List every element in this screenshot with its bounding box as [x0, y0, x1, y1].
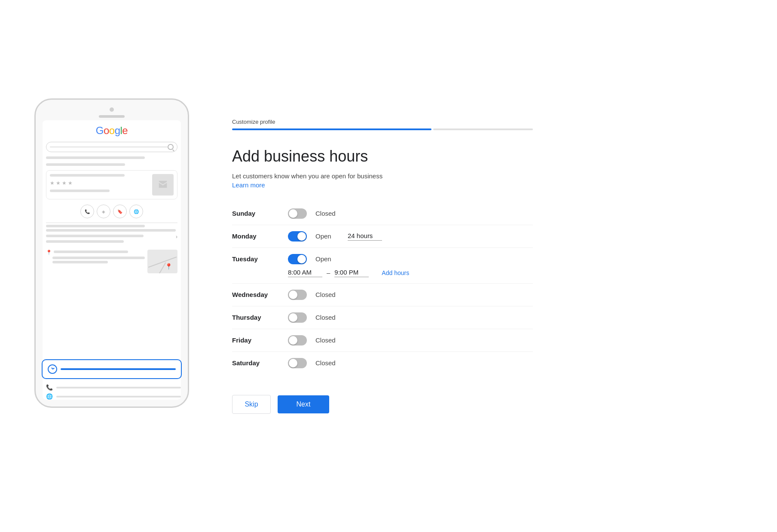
day-row-thursday: Thursday Closed — [232, 306, 533, 329]
progress-section: Customize profile — [232, 119, 533, 130]
day-name-saturday: Saturday — [232, 359, 279, 367]
thursday-toggle[interactable] — [288, 312, 307, 323]
tuesday-add-hours-link[interactable]: Add hours — [382, 269, 409, 276]
phone-map-address-2 — [52, 257, 145, 259]
phone-listing-card: ★ ★ ★ ★ — [46, 170, 177, 199]
monday-status: Open — [315, 232, 339, 240]
wednesday-toggle[interactable] — [288, 290, 307, 300]
phone-share-icon: 🌐 — [129, 205, 143, 218]
progress-bar-container — [232, 128, 533, 130]
hours-form: Sunday Closed Monday Open 24 — [232, 202, 533, 374]
phone-map-pin-icon: 📍 — [165, 263, 172, 270]
tuesday-toggle[interactable] — [288, 254, 307, 264]
phone-map-thumbnail: 📍 — [147, 250, 177, 273]
phone-bottom-row-1: 📞 — [46, 384, 181, 391]
phone-more-line-1 — [46, 225, 145, 227]
day-name-friday: Friday — [232, 336, 279, 344]
phone-bottom-items: 📞 🌐 — [46, 384, 181, 400]
phone-search-line — [50, 147, 168, 147]
day-row-tuesday: Tuesday Open 8:00 AM – 9:00 PM Add hours — [232, 248, 533, 284]
clock-minute-hand — [52, 368, 55, 370]
phone-listing-left: ★ ★ ★ ★ — [50, 174, 150, 196]
page-title: Add business hours — [232, 147, 533, 165]
phone-chevron-icon: › — [176, 234, 177, 240]
phone-bottom-line-1 — [56, 387, 181, 388]
phone-gray-line-2 — [46, 163, 125, 166]
friday-status: Closed — [315, 336, 339, 344]
friday-toggle[interactable] — [288, 335, 307, 345]
phone-outer: Google ★ — [34, 98, 189, 408]
phone-map-left: 📍 — [46, 250, 145, 273]
tuesday-time-row: 8:00 AM – 9:00 PM Add hours — [232, 269, 533, 277]
thursday-toggle-knob — [289, 313, 297, 322]
page-container: Google ★ — [0, 0, 777, 532]
saturday-toggle-container — [288, 358, 307, 368]
phone-more-section: › — [46, 223, 177, 246]
tuesday-top-row: Tuesday Open — [232, 254, 533, 264]
day-row-friday: Friday Closed — [232, 329, 533, 352]
monday-toggle-container — [288, 231, 307, 242]
phone-direction-icon: ◈ — [97, 205, 110, 218]
sunday-status: Closed — [315, 210, 339, 217]
tuesday-to[interactable]: 9:00 PM — [334, 269, 369, 277]
phone-speaker — [99, 115, 125, 118]
phone-mockup: Google ★ — [34, 98, 198, 434]
right-panel: Customize profile Add business hours Let… — [232, 101, 533, 431]
phone-camera — [110, 107, 114, 112]
tuesday-from[interactable]: 8:00 AM — [288, 269, 322, 277]
learn-more-link[interactable]: Learn more — [232, 181, 265, 189]
sunday-toggle[interactable] — [288, 208, 307, 219]
thursday-toggle-container — [288, 312, 307, 323]
thursday-status: Closed — [315, 314, 339, 321]
day-row-sunday: Sunday Closed — [232, 202, 533, 225]
saturday-toggle[interactable] — [288, 358, 307, 368]
phone-hours-bar — [61, 368, 176, 370]
phone-more-line-4 — [46, 240, 124, 243]
google-logo-text: Google — [96, 125, 128, 137]
phone-gray-line-1 — [46, 156, 145, 159]
tuesday-toggle-container — [288, 254, 307, 264]
tuesday-status: Open — [315, 255, 339, 263]
star-3: ★ — [62, 180, 67, 186]
phone-more-line-3 — [46, 235, 144, 237]
day-row-saturday: Saturday Closed — [232, 352, 533, 374]
phone-clock-inner — [51, 367, 54, 371]
monday-hours-value: 24 hours — [348, 232, 382, 241]
monday-toggle[interactable] — [288, 231, 307, 242]
phone-save-icon: 🔖 — [113, 205, 127, 218]
tuesday-separator: – — [327, 269, 330, 276]
phone-address-line — [50, 190, 110, 192]
wednesday-status: Closed — [315, 291, 339, 298]
friday-toggle-knob — [289, 336, 297, 345]
phone-map-road — [148, 257, 177, 268]
day-name-monday: Monday — [232, 232, 279, 240]
wednesday-toggle-knob — [289, 290, 297, 299]
phone-map-row: 📍 📍 — [46, 250, 177, 273]
phone-phone-icon: 📞 — [46, 384, 53, 391]
friday-toggle-container — [288, 335, 307, 345]
phone-highlight-card — [42, 359, 182, 379]
day-name-wednesday: Wednesday — [232, 291, 279, 298]
phone-bottom-row-2: 🌐 — [46, 393, 181, 400]
phone-call-icon: 📞 — [80, 205, 94, 218]
sunday-toggle-container — [288, 208, 307, 219]
phone-more-line-2 — [46, 229, 176, 232]
phone-listing-row: ★ ★ ★ ★ — [50, 174, 174, 196]
skip-button[interactable]: Skip — [232, 395, 271, 414]
monday-toggle-knob — [297, 232, 306, 241]
next-button[interactable]: Next — [278, 395, 329, 413]
phone-web-icon: 🌐 — [46, 393, 53, 400]
saturday-toggle-knob — [289, 359, 297, 367]
phone-screen: Google ★ — [43, 120, 181, 400]
phone-name-line — [50, 174, 125, 177]
phone-store-icon — [152, 174, 174, 196]
phone-search-bar — [46, 142, 177, 152]
progress-label: Customize profile — [232, 119, 533, 125]
star-2: ★ — [56, 180, 61, 186]
phone-bottom-line-2 — [56, 396, 181, 397]
footer-buttons: Skip Next — [232, 395, 533, 414]
day-name-tuesday: Tuesday — [232, 255, 279, 263]
phone-map-address-1 — [54, 251, 128, 253]
phone-stars-row: ★ ★ ★ ★ — [50, 180, 150, 186]
day-name-sunday: Sunday — [232, 210, 279, 217]
